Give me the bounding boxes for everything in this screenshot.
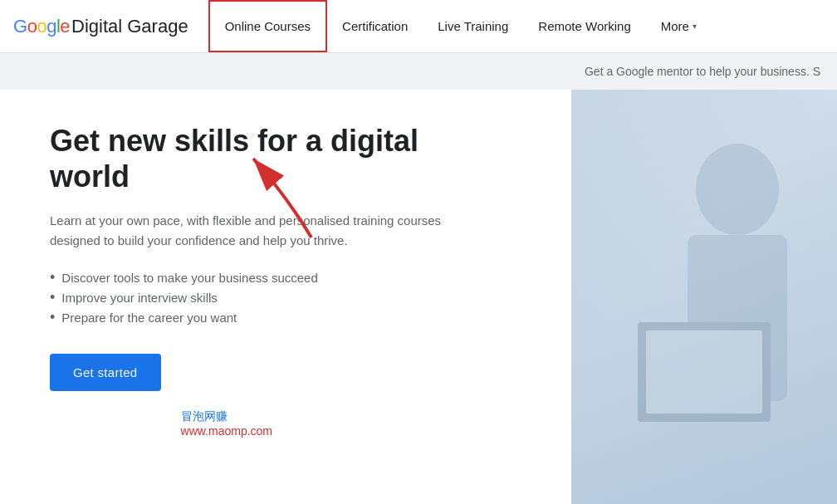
hero-image [571,90,837,504]
svg-rect-4 [646,330,762,413]
bullet-item-1: Discover tools to make your business suc… [50,267,521,287]
nav-item-certification[interactable]: Certification [327,0,423,52]
svg-point-0 [696,144,779,235]
bullet-item-2: Improve your interview skills [50,287,521,307]
image-placeholder [571,90,837,504]
hero-heading: Get new skills for a digital world [50,123,448,194]
banner-text: Get a Google mentor to help your busines… [585,65,820,78]
chevron-down-icon: ▾ [693,22,697,31]
bullet-list: Discover tools to make your business suc… [50,267,521,327]
watermark: 冒泡网赚 www.maomp.com [181,409,272,438]
content-left: Get new skills for a digital world Learn… [0,90,571,504]
logo[interactable]: Google Digital Garage [13,16,188,37]
main-content: Get new skills for a digital world Learn… [0,90,837,504]
hero-description: Learn at your own pace, with flexible an… [50,211,448,251]
watermark-line2: www.maomp.com [181,424,272,438]
main-nav: Online Courses Certification Live Traini… [208,0,712,52]
header: Google Digital Garage Online Courses Cer… [0,0,837,53]
nav-item-live-training[interactable]: Live Training [423,0,523,52]
banner-bar: Get a Google mentor to help your busines… [0,53,837,90]
logo-google-text: Google [13,16,70,37]
nav-item-remote-working[interactable]: Remote Working [523,0,645,52]
get-started-button[interactable]: Get started [50,354,161,391]
logo-digital-garage-text: Digital Garage [71,16,188,37]
watermark-line1: 冒泡网赚 [181,409,272,424]
nav-item-more[interactable]: More ▾ [646,0,712,52]
nav-item-online-courses[interactable]: Online Courses [208,0,327,52]
bullet-item-3: Prepare for the career you want [50,307,521,327]
